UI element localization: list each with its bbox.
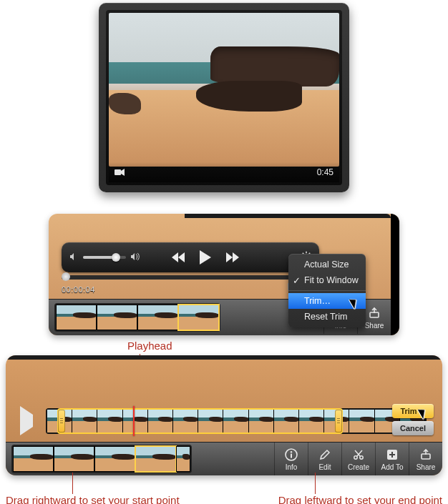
annotation-leader-start xyxy=(72,473,73,494)
player-panel: 00:00:04 Actual Size Fit to Window Trim…… xyxy=(49,214,399,335)
timeline-frame xyxy=(274,410,299,433)
timeline-frame xyxy=(97,410,122,433)
scrub-bar[interactable] xyxy=(62,275,319,280)
clip-thumb[interactable] xyxy=(56,305,97,330)
trim-cancel-button[interactable]: Cancel xyxy=(392,421,434,435)
volume-knob[interactable] xyxy=(112,253,120,262)
menu-trim[interactable]: Trim… xyxy=(288,293,366,309)
trim-panel: Trim Cancel Info xyxy=(6,355,442,475)
toolbar-addto-label: Add To xyxy=(381,463,404,471)
toolbar-create[interactable]: Create xyxy=(341,443,375,475)
annotation-leader-end xyxy=(315,473,316,494)
menu-fit-to-window[interactable]: Fit to Window xyxy=(288,272,366,288)
timeline-frame xyxy=(223,410,248,433)
clip-thumbnails xyxy=(11,445,192,473)
timeline-frame xyxy=(324,410,349,433)
toolbar-add-to[interactable]: Add To xyxy=(375,443,409,475)
clip-thumb[interactable] xyxy=(176,446,190,472)
clip-thumb-selected[interactable] xyxy=(178,305,219,330)
rewind-button[interactable] xyxy=(167,247,189,268)
trim-confirm-label: Trim xyxy=(400,407,417,415)
svg-rect-13 xyxy=(370,312,379,317)
clip-thumbnails xyxy=(54,303,220,332)
clip-thumb[interactable] xyxy=(97,305,137,330)
timeline-frame xyxy=(249,410,274,433)
menu-trim-label: Trim… xyxy=(304,296,331,306)
pencil-icon xyxy=(318,448,332,462)
toolbar-share[interactable]: Share xyxy=(409,443,442,475)
clip-thumb[interactable] xyxy=(94,446,135,472)
preview-duration: 0:45 xyxy=(317,167,333,177)
timeline-frame xyxy=(72,410,97,433)
cursor-icon xyxy=(349,297,359,309)
svg-point-15 xyxy=(291,451,292,453)
svg-rect-16 xyxy=(291,453,292,458)
clip-thumb[interactable] xyxy=(54,446,94,472)
toolbar-create-label: Create xyxy=(348,463,369,471)
toolbar-share-label: Share xyxy=(365,322,384,330)
toolbar-info-label: Info xyxy=(286,463,298,471)
timeline-frame xyxy=(148,410,173,433)
preview-video-frame xyxy=(109,13,339,167)
bottom-toolbar: Info Edit Create Add To xyxy=(6,442,442,475)
cursor-icon xyxy=(417,407,427,419)
playback-controls xyxy=(62,242,319,272)
clip-thumb[interactable] xyxy=(137,305,178,330)
volume-low-icon xyxy=(69,252,79,263)
scrub-knob[interactable] xyxy=(62,272,70,281)
svg-rect-0 xyxy=(115,169,121,175)
preview-inner: 0:45 xyxy=(106,10,342,185)
trim-timeline[interactable] xyxy=(46,408,427,434)
volume-high-icon xyxy=(130,252,140,263)
menu-reset-trim[interactable]: Reset Trim xyxy=(288,309,366,325)
timecode: 00:00:04 xyxy=(62,285,95,294)
camera-icon xyxy=(115,167,125,178)
volume-slider[interactable] xyxy=(83,256,126,259)
clip-thumb[interactable] xyxy=(13,446,54,472)
plus-icon xyxy=(385,448,399,462)
scissors-icon xyxy=(351,448,366,462)
preview-window[interactable]: 0:45 xyxy=(99,3,349,192)
toolbar-edit[interactable]: Edit xyxy=(308,443,341,475)
toolbar-edit-label: Edit xyxy=(318,463,331,471)
clip-thumb-selected[interactable] xyxy=(135,446,176,472)
timeline-frame xyxy=(47,410,72,433)
timeline-frame xyxy=(349,410,374,433)
gear-popup-menu: Actual Size Fit to Window Trim… Reset Tr… xyxy=(288,254,366,327)
toolbar-share-label: Share xyxy=(417,463,436,471)
trim-confirm-button[interactable]: Trim xyxy=(392,404,434,418)
playhead[interactable] xyxy=(133,406,135,436)
share-icon xyxy=(419,448,433,462)
share-icon xyxy=(367,306,381,320)
fast-forward-button[interactable] xyxy=(222,247,243,268)
timeline-frame xyxy=(173,410,198,433)
timeline-frame xyxy=(123,410,148,433)
info-icon xyxy=(284,448,298,462)
annotation-end: Drag leftward to set your end point xyxy=(278,494,442,504)
annotation-playhead: Playhead xyxy=(127,340,172,352)
menu-actual-size[interactable]: Actual Size xyxy=(288,257,366,272)
annotation-start: Drag rightward to set your start point xyxy=(6,494,180,504)
trim-play-button[interactable] xyxy=(20,415,33,428)
timeline-frame xyxy=(299,410,324,433)
timeline-frame xyxy=(198,410,223,433)
toolbar-info[interactable]: Info xyxy=(274,443,308,475)
play-button[interactable] xyxy=(195,247,216,268)
svg-rect-20 xyxy=(422,454,430,459)
